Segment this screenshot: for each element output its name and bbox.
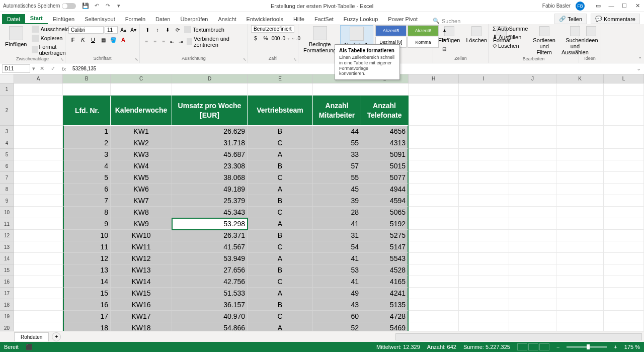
cell[interactable]: 53.298	[172, 218, 248, 230]
cell[interactable]: 55	[313, 172, 361, 184]
cell[interactable]	[604, 184, 644, 195]
cell[interactable]	[509, 207, 556, 218]
zoom-slider[interactable]	[567, 346, 607, 348]
select-all-button[interactable]	[0, 74, 14, 83]
col-header-D[interactable]: D	[172, 74, 248, 83]
col-header-E[interactable]: E	[248, 74, 313, 83]
cell[interactable]	[459, 264, 509, 276]
cell[interactable]: Kalenderwoche	[111, 96, 172, 126]
tab-insert[interactable]: Einfügen	[48, 14, 79, 24]
row-header[interactable]: 4	[0, 137, 14, 149]
cell[interactable]: B	[248, 230, 313, 241]
name-box[interactable]	[2, 64, 30, 73]
fill-color-button[interactable]: 🪣	[109, 35, 118, 44]
alignment-dialog-icon[interactable]: ⤡	[243, 57, 247, 62]
cell[interactable]	[409, 311, 459, 322]
cell[interactable]	[509, 83, 556, 96]
add-sheet-button[interactable]: +	[52, 332, 61, 341]
sort-filter-button[interactable]: Sortieren und Filtern	[531, 25, 557, 56]
indent-dec-icon[interactable]: ⇤	[169, 37, 176, 46]
cell[interactable]: C	[248, 276, 313, 288]
cell[interactable]: Umsatz pro Woche [EUR]	[172, 96, 248, 126]
cell[interactable]	[14, 207, 63, 218]
cell[interactable]: C	[248, 241, 313, 253]
style-akzent5[interactable]: Akzent5	[375, 25, 407, 36]
cell[interactable]: 45.687	[172, 149, 248, 160]
cell[interactable]	[459, 241, 509, 253]
cell[interactable]	[604, 160, 644, 172]
ideas-button[interactable]: Ideen	[582, 25, 600, 44]
cell[interactable]: 5077	[361, 172, 409, 184]
cell[interactable]	[604, 230, 644, 241]
cell[interactable]: 3	[63, 149, 111, 160]
cell[interactable]: 44	[313, 126, 361, 137]
cell[interactable]	[14, 126, 63, 137]
cell[interactable]: 55	[313, 137, 361, 149]
font-dialog-icon[interactable]: ⤡	[135, 57, 138, 62]
cell[interactable]	[14, 83, 63, 96]
cell[interactable]: 5	[63, 172, 111, 184]
cell[interactable]: KW7	[111, 195, 172, 207]
cell[interactable]: 2	[63, 137, 111, 149]
view-normal-icon[interactable]	[517, 343, 527, 350]
cell[interactable]: 10	[63, 230, 111, 241]
cell[interactable]	[14, 218, 63, 230]
cell[interactable]: KW8	[111, 207, 172, 218]
cell[interactable]	[509, 264, 556, 276]
cell[interactable]: KW4	[111, 160, 172, 172]
cell[interactable]: 53.949	[172, 253, 248, 264]
cell[interactable]: 9	[63, 218, 111, 230]
cell[interactable]: 42.756	[172, 276, 248, 288]
currency-icon[interactable]: $	[251, 34, 260, 43]
cell[interactable]	[509, 288, 556, 299]
conditional-format-button[interactable]: Bedingte Formatierung	[301, 25, 338, 54]
cell[interactable]	[459, 126, 509, 137]
cell[interactable]	[604, 126, 644, 137]
cell[interactable]	[604, 311, 644, 322]
cell[interactable]: KW15	[111, 288, 172, 299]
cell[interactable]	[604, 172, 644, 184]
cell[interactable]	[556, 288, 604, 299]
cell[interactable]	[409, 241, 459, 253]
cell[interactable]	[409, 172, 459, 184]
cell[interactable]: Anzahl Telefonate	[361, 96, 409, 126]
border-button[interactable]: ▦	[99, 35, 108, 44]
cell[interactable]	[14, 184, 63, 195]
cell[interactable]	[509, 126, 556, 137]
cell[interactable]	[459, 184, 509, 195]
cell[interactable]: A	[248, 322, 313, 331]
tab-help[interactable]: Hilfe	[288, 14, 309, 24]
fontsize-select[interactable]: 11	[105, 26, 118, 34]
cell[interactable]: 5091	[361, 149, 409, 160]
tab-factset[interactable]: FactSet	[309, 14, 339, 24]
italic-button[interactable]: K	[78, 35, 88, 44]
col-header-C[interactable]: C	[111, 74, 172, 83]
cell[interactable]	[14, 253, 63, 264]
cell[interactable]: 43	[313, 299, 361, 311]
cell[interactable]	[556, 253, 604, 264]
cell[interactable]: 41	[313, 276, 361, 288]
macro-record-icon[interactable]: ⬛	[26, 344, 33, 350]
cell[interactable]	[556, 264, 604, 276]
cell[interactable]: A	[248, 149, 313, 160]
cell[interactable]	[556, 96, 604, 126]
cell[interactable]	[604, 241, 644, 253]
row-header[interactable]: 17	[0, 288, 14, 299]
cell[interactable]	[111, 83, 172, 96]
cell[interactable]	[409, 288, 459, 299]
cell[interactable]: 4165	[361, 276, 409, 288]
collapse-ribbon-icon[interactable]: ⌃	[638, 56, 642, 62]
comments-button[interactable]: 💬Kommentare	[591, 14, 640, 24]
cell[interactable]: 41	[313, 218, 361, 230]
cell[interactable]	[409, 137, 459, 149]
cell[interactable]	[556, 160, 604, 172]
cell[interactable]: 4944	[361, 184, 409, 195]
cell[interactable]	[459, 195, 509, 207]
cell[interactable]	[556, 83, 604, 96]
cell[interactable]: 12	[63, 253, 111, 264]
cell[interactable]	[509, 218, 556, 230]
sheet-tab[interactable]: Rohdaten	[14, 332, 49, 341]
col-header-A[interactable]: A	[14, 74, 63, 83]
view-pagelayout-icon[interactable]	[528, 343, 538, 350]
cell[interactable]: C	[248, 172, 313, 184]
